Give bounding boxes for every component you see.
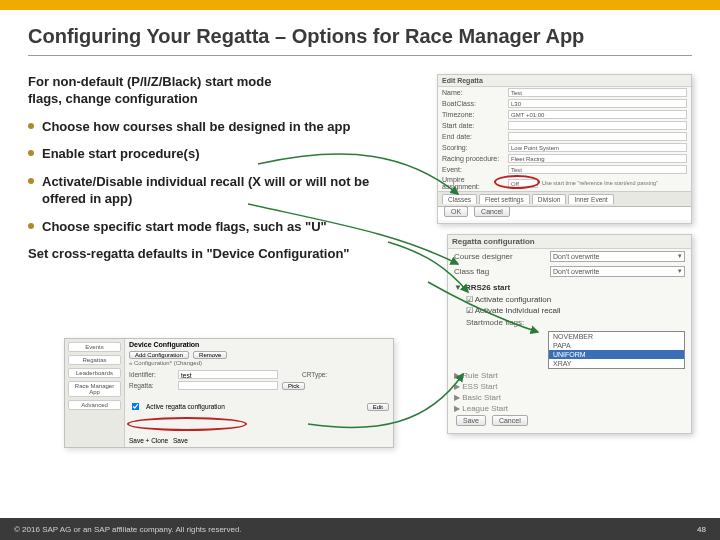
sidebar-item: Regattas bbox=[68, 355, 121, 365]
list-item: NOVEMBER bbox=[549, 332, 684, 341]
field-value bbox=[178, 381, 278, 390]
field-label: Startmode flags: bbox=[466, 318, 544, 327]
bullet-list: Choose how courses shall be designed in … bbox=[28, 118, 408, 236]
sidebar-item: Race Manager App bbox=[68, 381, 121, 397]
field-value bbox=[508, 132, 687, 141]
field-value: Fleet Racing bbox=[508, 154, 687, 163]
field-label: BoatClass: bbox=[442, 100, 504, 107]
field-value: L30 bbox=[508, 99, 687, 108]
ok-button: OK bbox=[444, 206, 468, 217]
field-label: Name: bbox=[442, 89, 504, 96]
section-closed: ▶ ESS Start bbox=[454, 382, 685, 391]
toolbar-button: Add Configuration bbox=[129, 351, 189, 359]
sidebar-item: Advanced bbox=[68, 400, 121, 410]
field-label: Start date: bbox=[442, 122, 504, 129]
lead-text: For non-default (P/I/Z/Black) start mode… bbox=[28, 74, 278, 108]
field-label: Scoring: bbox=[442, 144, 504, 151]
save-clone-button: Save + Clone bbox=[129, 437, 168, 444]
page-number: 48 bbox=[697, 525, 706, 534]
cancel-button: Cancel bbox=[492, 415, 528, 426]
field-label: Timezone: bbox=[442, 111, 504, 118]
regatta-config-screenshot: Regatta configuration Course designerDon… bbox=[447, 234, 692, 434]
body-area: For non-default (P/I/Z/Black) start mode… bbox=[28, 74, 692, 454]
field-label: Active regatta configuration bbox=[146, 403, 225, 410]
list-item: XRAY bbox=[549, 359, 684, 368]
device-config-screenshot: Events Regattas Leaderboards Race Manage… bbox=[64, 338, 394, 448]
bullet-item: Activate/Disable individual recall (X wi… bbox=[28, 173, 408, 208]
startmode-listbox: NOVEMBER PAPA UNIFORM XRAY bbox=[548, 331, 685, 369]
field-label: Event: bbox=[442, 166, 504, 173]
field-label: CRType: bbox=[302, 371, 347, 378]
slide-content: Configuring Your Regatta – Options for R… bbox=[0, 10, 720, 454]
field-label: Racing procedure: bbox=[442, 155, 504, 162]
page-title: Configuring Your Regatta – Options for R… bbox=[28, 24, 692, 49]
section-closed: ▶ Basic Start bbox=[454, 393, 685, 402]
breadcrumb: « Configuration* (Changed) bbox=[129, 360, 389, 366]
field-label: Identifier: bbox=[129, 371, 174, 378]
callout-circle bbox=[494, 175, 540, 189]
section-open: ▼RRS26 start bbox=[454, 283, 685, 292]
bullet-item: Enable start procedure(s) bbox=[28, 145, 408, 163]
field-value: test bbox=[178, 370, 278, 379]
bullet-item: Choose how courses shall be designed in … bbox=[28, 118, 408, 136]
tab: Division bbox=[532, 194, 567, 204]
list-item: PAPA bbox=[549, 341, 684, 350]
field-value bbox=[508, 121, 687, 130]
callout-circle bbox=[127, 417, 247, 431]
list-item-selected: UNIFORM bbox=[549, 350, 684, 359]
footer-bar: © 2016 SAP AG or an SAP affiliate compan… bbox=[0, 518, 720, 540]
checkbox: Activate configuration bbox=[466, 294, 691, 305]
toolbar-button: Remove bbox=[193, 351, 227, 359]
save-button: Save bbox=[456, 415, 486, 426]
select: Don't overwrite bbox=[550, 251, 685, 262]
sidebar-item: Events bbox=[68, 342, 121, 352]
field-value: Test bbox=[508, 88, 687, 97]
field-label: End date: bbox=[442, 133, 504, 140]
field-value: GMT +01:00 bbox=[508, 110, 687, 119]
tab: Inner Event bbox=[568, 194, 613, 204]
select: Don't overwrite bbox=[550, 266, 685, 277]
field-value: Test bbox=[508, 165, 687, 174]
save-button: Save bbox=[173, 437, 188, 444]
pick-button: Pick bbox=[282, 382, 305, 390]
edit-button: Edit bbox=[367, 403, 389, 411]
field-value: Low Point System bbox=[508, 143, 687, 152]
field-label: Class flag bbox=[454, 267, 544, 276]
title-rule bbox=[28, 55, 692, 56]
accent-bar bbox=[0, 0, 720, 10]
sidebar-item: Leaderboards bbox=[68, 368, 121, 378]
sidebar: Events Regattas Leaderboards Race Manage… bbox=[65, 339, 125, 447]
section-closed: ▶ Rule Start bbox=[454, 371, 685, 380]
field-note: Use start time "reference line start/end… bbox=[542, 180, 658, 186]
dialog-title: Edit Regatta bbox=[438, 75, 691, 87]
copyright: © 2016 SAP AG or an SAP affiliate compan… bbox=[14, 525, 242, 534]
panel-heading: Device Configuration bbox=[129, 341, 389, 348]
field-label: Course designer bbox=[454, 252, 544, 261]
edit-regatta-screenshot: Edit Regatta Name:Test BoatClass:L30 Tim… bbox=[437, 74, 692, 224]
panel-title: Regatta configuration bbox=[448, 235, 691, 249]
checkbox: Activate Individual recall bbox=[466, 305, 691, 316]
field-label: Regatta: bbox=[129, 382, 174, 389]
bullet-item: Choose specific start mode flags, such a… bbox=[28, 218, 408, 236]
checkbox bbox=[132, 403, 140, 411]
section-label: RRS26 start bbox=[465, 283, 510, 292]
cancel-button: Cancel bbox=[474, 206, 510, 217]
